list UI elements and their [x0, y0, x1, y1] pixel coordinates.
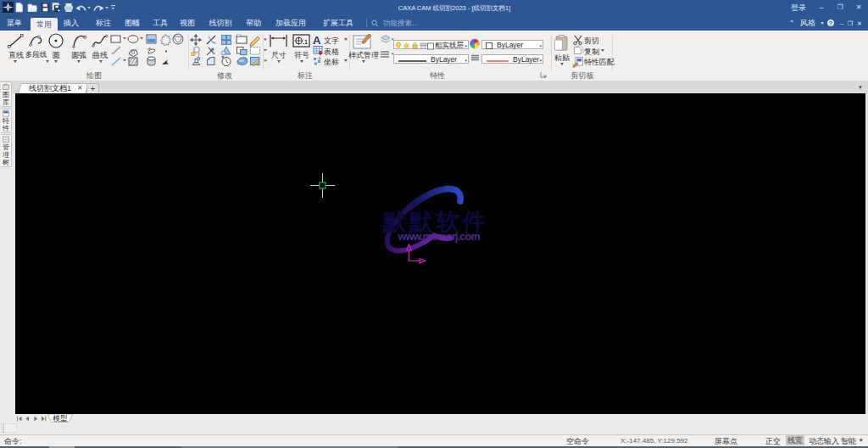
svg-text:www.momorj.com: www.momorj.com: [398, 231, 481, 243]
svg-text:A: A: [313, 34, 321, 47]
svg-text:.1: .1: [303, 39, 308, 45]
